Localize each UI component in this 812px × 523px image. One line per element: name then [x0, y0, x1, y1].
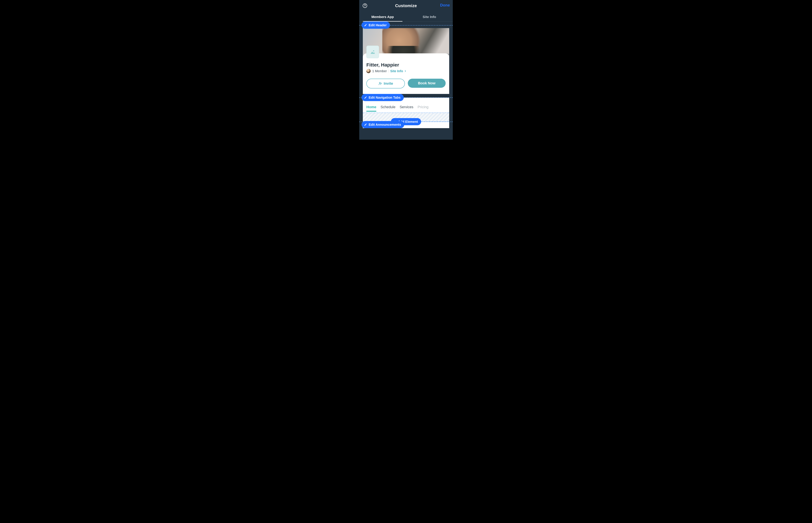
edit-announcements-button[interactable]: Edit Announcements: [362, 121, 404, 128]
nav-tab-services[interactable]: Services: [400, 105, 413, 112]
nav-tab-pricing[interactable]: Pricing: [417, 105, 428, 112]
top-tabs: Members App Site Info: [359, 12, 453, 22]
book-now-label: Book Now: [418, 81, 435, 85]
edit-nav-label: Edit Navigation Tabs: [369, 96, 400, 100]
cta-row: Invite Book Now: [366, 79, 446, 88]
svg-point-1: [365, 6, 365, 7]
pencil-icon: [364, 96, 367, 99]
pencil-icon: [364, 123, 367, 126]
header-section: Edit Header Fitter, Happier: [363, 25, 449, 94]
help-button[interactable]: [362, 3, 368, 8]
logo-placeholder[interactable]: [366, 46, 379, 58]
tab-members-app[interactable]: Members App: [359, 12, 406, 21]
phone-frame: Customize Done Members App Site Info Edi…: [359, 0, 453, 140]
site-name: Fitter, Happier: [366, 62, 446, 68]
site-info-link-label: Site Info: [390, 69, 403, 73]
pencil-icon: [364, 24, 367, 26]
avatar: [366, 69, 370, 73]
nav-tab-schedule[interactable]: Schedule: [380, 105, 395, 112]
edit-announcements-label: Edit Announcements: [369, 123, 401, 127]
done-button[interactable]: Done: [440, 3, 450, 7]
edit-header-label: Edit Header: [369, 23, 387, 27]
svg-point-3: [379, 83, 380, 84]
tab-site-info[interactable]: Site Info: [406, 12, 453, 21]
person-add-icon: [378, 82, 382, 86]
chevron-right-icon: [404, 70, 407, 72]
preview-canvas: Edit Header Fitter, Happier: [359, 22, 453, 128]
site-info-link[interactable]: Site Info: [390, 69, 407, 73]
nav-tabs-section: Edit Navigation Tabs Home Schedule Servi…: [363, 97, 449, 128]
topbar: Customize Done: [359, 0, 453, 11]
help-circle-icon: [362, 3, 367, 8]
members-count: 1 Member: [372, 69, 387, 73]
edit-header-button[interactable]: Edit Header: [362, 22, 390, 29]
edit-nav-tabs-button[interactable]: Edit Navigation Tabs: [362, 94, 404, 101]
stage: Customize Done Members App Site Info Edi…: [295, 0, 517, 140]
invite-label: Invite: [384, 82, 393, 86]
card: Fitter, Happier 1 Member Site Info: [363, 28, 449, 94]
card-body: Fitter, Happier 1 Member Site Info: [363, 53, 449, 94]
page-title: Customize: [395, 3, 417, 8]
book-now-button[interactable]: Book Now: [408, 79, 446, 88]
svg-point-2: [373, 50, 374, 51]
site-meta: 1 Member Site Info: [366, 69, 446, 73]
invite-button[interactable]: Invite: [366, 79, 405, 88]
image-placeholder-icon: [369, 49, 376, 55]
nav-tab-home[interactable]: Home: [366, 105, 376, 112]
